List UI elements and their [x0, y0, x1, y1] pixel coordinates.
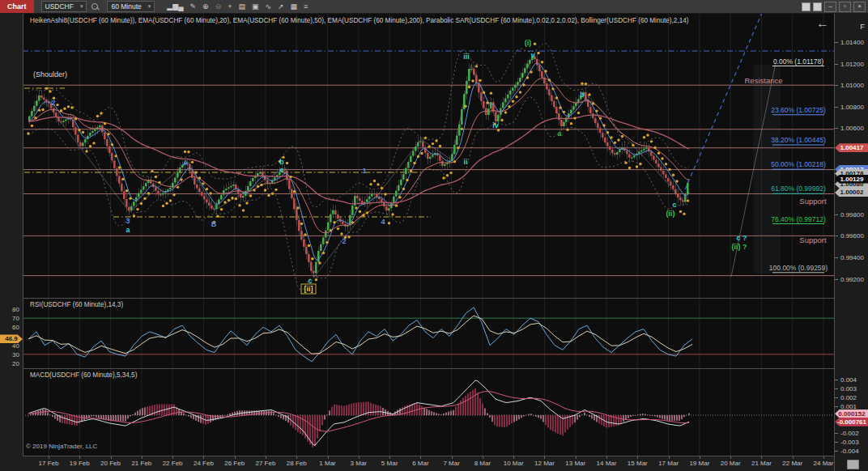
search-icon[interactable] [91, 2, 100, 11]
fib-level-label: 76.40% (0.99712) [771, 215, 826, 223]
chevron-down-icon: ▾ [80, 3, 83, 10]
time-axis-tick-mark [576, 456, 577, 459]
drawing-tools-icon[interactable]: ✎ [190, 1, 197, 12]
wave-annotation[interactable]: 1 [362, 167, 366, 175]
chevron-down-icon: ▾ [148, 3, 151, 10]
wave-annotation[interactable]: c [308, 277, 312, 285]
time-axis-tick-mark [606, 456, 607, 459]
time-axis-label: 20 Feb [100, 460, 121, 467]
time-axis-label: 1 Mar [319, 460, 335, 467]
interval-link-button[interactable] [813, 2, 822, 11]
wave-annotation[interactable]: b [279, 158, 284, 166]
text-note-icon[interactable]: ▣ [252, 1, 259, 12]
rsi-panel-label[interactable]: RSI(USDCHF (60 Minute),14,3) [30, 301, 123, 308]
scrollbar-corner[interactable] [847, 460, 859, 469]
restore-button[interactable]: ▫ [839, 2, 851, 12]
time-axis-tick-mark [111, 456, 112, 459]
time-axis-tick-mark [235, 456, 236, 459]
time-axis-tick-mark [49, 456, 49, 459]
rsi-axis-tick: 20 [12, 360, 19, 367]
indicator-summary-label[interactable]: HeikenAshi8(USDCHF (60 Minute)), EMA(USD… [30, 17, 689, 24]
data-series-icon[interactable]: ≡ [304, 1, 308, 12]
wave-annotation[interactable]: Resistance [745, 76, 783, 85]
price-marker-badge: 1.00002 [835, 188, 868, 197]
rsi-axis-tick: 30 [12, 351, 19, 359]
chart-canvas[interactable]: 0.00% (1.01178)23.60% (1.00725)38.20% (1… [23, 13, 834, 456]
wave-annotation[interactable]: b [580, 91, 585, 99]
back-arrow-icon[interactable]: ← [816, 16, 829, 31]
wave-annotation[interactable]: a [557, 129, 562, 138]
interval-select[interactable]: 60 Minute ▾ [107, 1, 155, 12]
wave-annotation[interactable]: (ii) [666, 210, 675, 218]
fib-level-label: 50.00% (1.00218) [771, 160, 826, 168]
time-axis-label: 14 Mar [597, 460, 617, 467]
projection-trendline[interactable] [685, 13, 762, 189]
wave-annotation[interactable]: ii [463, 158, 467, 166]
wave-annotation[interactable]: (ii) ? [732, 243, 747, 251]
time-axis-tick-mark [761, 456, 762, 459]
chart-style-icon[interactable]: ▂▆▄ [167, 1, 183, 12]
time-axis-tick-mark [328, 456, 329, 459]
instrument-link-button[interactable] [802, 2, 811, 11]
indicators-icon[interactable]: ∿ [265, 1, 271, 12]
price-axis-tick: 1.01400 [840, 39, 864, 46]
price-axis[interactable]: F 1.014001.012001.010001.008001.006000.9… [834, 13, 868, 471]
macd-axis-tick: -0.004 [840, 448, 859, 455]
time-axis-tick-mark [823, 456, 824, 459]
wave-annotation[interactable]: (Shoulder) [33, 70, 67, 78]
snapshot-icon[interactable]: ▦ [291, 1, 298, 12]
time-axis-tick-mark [296, 456, 297, 459]
fib-level-label: 0.00% (1.01178) [773, 57, 823, 66]
time-axis-label: 22 Feb [163, 460, 183, 467]
rsi-value-axis[interactable]: 46.9 807060403020 [0, 13, 23, 471]
close-button[interactable]: × [853, 2, 866, 12]
time-axis-label: 3 Mar [351, 460, 367, 467]
zoom-out-icon[interactable]: ⊖ [215, 1, 222, 12]
time-axis[interactable]: 17 Feb19 Feb20 Feb21 Feb22 Feb24 Feb26 F… [23, 456, 834, 471]
fixed-scale-button[interactable]: F [860, 22, 865, 31]
wave-annotation[interactable]: 2 [51, 99, 55, 107]
instrument-value: USDCHF [45, 2, 74, 11]
wave-annotation[interactable]: [ii] [304, 285, 313, 293]
rsi-axis-tick: 80 [12, 306, 19, 313]
wave-annotation[interactable]: A [183, 159, 189, 167]
minimize-button[interactable]: – [824, 2, 836, 12]
rsi-axis-tick: 70 [12, 315, 19, 322]
price-axis-tick: 1.01200 [840, 61, 864, 68]
wave-annotation[interactable]: (i) [525, 39, 532, 47]
crosshair-icon[interactable]: + [228, 1, 232, 12]
wave-annotation[interactable]: iii [463, 53, 470, 61]
wave-annotation[interactable]: iv [492, 121, 499, 129]
instrument-select[interactable]: USDCHF ▾ [41, 1, 87, 12]
wave-annotation[interactable]: a [126, 226, 130, 234]
window-controls: – ▫ × [802, 2, 868, 12]
macd-panel-label[interactable]: MACD(USDCHF (60 Minute),5,34,5) [30, 371, 137, 379]
time-axis-tick-mark [793, 456, 794, 459]
wave-annotation[interactable]: 3 [126, 217, 130, 225]
wave-annotation[interactable]: c ? [736, 234, 747, 242]
wave-annotation[interactable]: v [530, 51, 534, 59]
time-axis-label: 20 Mar [721, 460, 741, 467]
wave-annotation[interactable]: Support [799, 236, 827, 244]
wave-annotation[interactable]: 2 [342, 237, 346, 245]
price-axis-tick: 0.99800 [840, 211, 864, 219]
price-axis-tick: 0.99600 [840, 232, 864, 240]
wave-annotation[interactable]: c [672, 201, 676, 209]
wave-annotation[interactable]: Support [799, 197, 827, 206]
chart-tab[interactable]: Chart [0, 0, 34, 13]
wave-annotation[interactable]: 4 [381, 218, 385, 226]
copyright-label: © 2019 NinjaTrader, LLC [26, 443, 97, 450]
trendline-icon[interactable]: ↗ [278, 1, 284, 12]
wave-annotation[interactable]: c [279, 166, 283, 174]
macd-axis-tick: 0.004 [840, 376, 857, 384]
order-entry-icon[interactable]: ▤ [238, 1, 245, 12]
time-axis-tick-mark [142, 456, 143, 459]
time-axis-tick-mark [172, 456, 173, 459]
wave-annotation[interactable]: B [211, 220, 217, 228]
toolbar: Chart USDCHF ▾ 60 Minute ▾ ▂▆▄✎⊕⊖+▤▣∿↗▦≡… [0, 0, 868, 14]
chart-plot[interactable]: 0.00% (1.01178)23.60% (1.00725)38.20% (1… [23, 13, 834, 456]
rsi-panel [23, 308, 834, 362]
zoom-in-icon[interactable]: ⊕ [202, 1, 209, 12]
time-axis-label: 24 Feb [194, 460, 214, 467]
price-axis-tick: 1.00800 [840, 104, 864, 111]
